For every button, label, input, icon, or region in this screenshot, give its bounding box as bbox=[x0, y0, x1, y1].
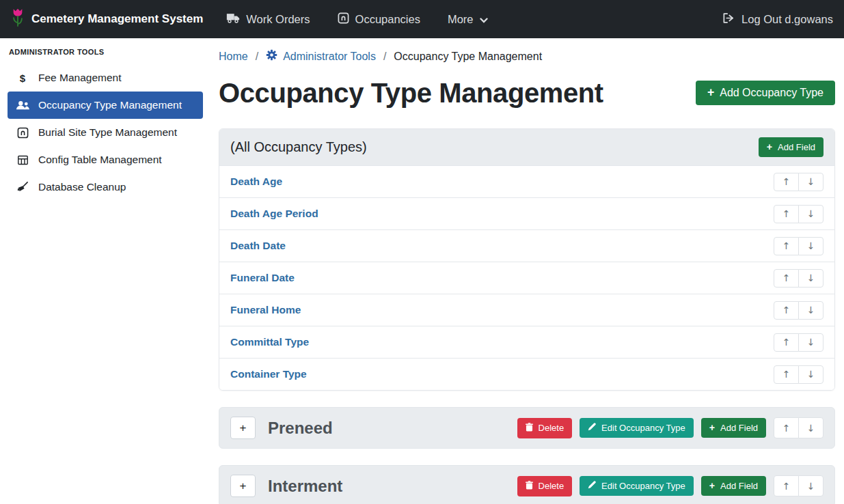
move-up-button[interactable]: ↑ bbox=[774, 417, 799, 438]
users-icon bbox=[16, 100, 29, 110]
arrow-up-icon: ↑ bbox=[782, 369, 791, 380]
sidebar-item-occupancy-type-management[interactable]: Occupancy Type Management bbox=[8, 92, 203, 119]
pencil-icon bbox=[588, 423, 596, 433]
sidebar-item-label: Database Cleanup bbox=[38, 181, 126, 193]
nav-work-orders[interactable]: Work Orders bbox=[226, 12, 310, 26]
nav-more[interactable]: More bbox=[448, 13, 488, 26]
move-up-button[interactable]: ↑ bbox=[774, 475, 799, 496]
breadcrumb-admin-tools-link[interactable]: Administrator Tools bbox=[266, 49, 376, 64]
plus-icon: + bbox=[767, 142, 772, 152]
move-down-button[interactable]: ↓ bbox=[798, 301, 823, 320]
occupancy-type-section: + Preneed Delete bbox=[219, 407, 835, 449]
move-up-button[interactable]: ↑ bbox=[774, 205, 799, 223]
sidebar-item-database-cleanup[interactable]: Database Cleanup bbox=[8, 173, 203, 201]
move-down-button[interactable]: ↓ bbox=[798, 365, 823, 384]
sidebar-item-config-table-management[interactable]: Config Table Management bbox=[8, 146, 203, 173]
move-up-button[interactable]: ↑ bbox=[774, 301, 799, 320]
chevron-down-icon bbox=[480, 13, 488, 26]
arrow-down-icon: ↓ bbox=[807, 272, 815, 283]
reorder-buttons: ↑ ↓ bbox=[774, 417, 823, 438]
app-brand[interactable]: Cemetery Management System bbox=[11, 8, 203, 31]
nav-more-label: More bbox=[448, 13, 474, 26]
add-field-button[interactable]: + Add Field bbox=[701, 476, 766, 496]
section-actions: Delete Edit Occupancy Type + Add Field ↑ bbox=[517, 417, 823, 438]
arrow-down-icon: ↓ bbox=[807, 305, 815, 316]
fields-list: Death Age ↑ ↓ Death Age Period ↑ ↓ Death… bbox=[219, 165, 834, 390]
add-occupancy-type-button[interactable]: + Add Occupancy Type bbox=[696, 81, 835, 105]
field-link[interactable]: Funeral Date bbox=[230, 272, 295, 284]
arrow-up-icon: ↑ bbox=[782, 208, 791, 219]
flower-logo-icon bbox=[11, 8, 25, 31]
edit-occupancy-type-label: Edit Occupancy Type bbox=[601, 481, 685, 491]
field-link[interactable]: Death Age bbox=[230, 176, 282, 188]
panel-header: (All Occupancy Types) + Add Field bbox=[219, 129, 834, 165]
occupancy-type-section: + Interment Delete bbox=[219, 465, 835, 504]
add-field-button[interactable]: + Add Field bbox=[701, 418, 766, 438]
move-down-button[interactable]: ↓ bbox=[798, 333, 823, 352]
breadcrumb-separator: / bbox=[256, 50, 258, 64]
burial-site-icon bbox=[16, 127, 29, 139]
sidebar-item-burial-site-type-management[interactable]: Burial Site Type Management bbox=[8, 119, 203, 146]
field-link[interactable]: Death Age Period bbox=[230, 208, 318, 220]
sidebar-item-fee-management[interactable]: $ Fee Management bbox=[8, 64, 203, 92]
logout-icon bbox=[722, 12, 735, 27]
field-link[interactable]: Death Date bbox=[230, 240, 286, 252]
field-row: Death Age Period ↑ ↓ bbox=[219, 197, 834, 229]
breadcrumb-admin-tools-label: Administrator Tools bbox=[283, 50, 376, 64]
field-link[interactable]: Committal Type bbox=[230, 336, 309, 348]
move-down-button[interactable]: ↓ bbox=[798, 475, 823, 496]
move-up-button[interactable]: ↑ bbox=[774, 269, 799, 288]
reorder-buttons: ↑ ↓ bbox=[774, 301, 823, 320]
arrow-up-icon: ↑ bbox=[782, 272, 791, 283]
trash-icon bbox=[526, 423, 533, 434]
arrow-up-icon: ↑ bbox=[782, 481, 791, 492]
table-icon bbox=[16, 154, 29, 166]
work-orders-icon bbox=[226, 12, 240, 26]
arrow-up-icon: ↑ bbox=[782, 176, 791, 187]
breadcrumb-home-link[interactable]: Home bbox=[219, 50, 248, 64]
field-link[interactable]: Container Type bbox=[230, 368, 307, 380]
field-link[interactable]: Funeral Home bbox=[230, 304, 301, 316]
add-field-label: Add Field bbox=[778, 142, 815, 152]
move-up-button[interactable]: ↑ bbox=[774, 173, 799, 191]
move-down-button[interactable]: ↓ bbox=[798, 173, 823, 191]
move-up-button[interactable]: ↑ bbox=[774, 333, 799, 352]
edit-occupancy-type-button[interactable]: Edit Occupancy Type bbox=[580, 476, 694, 496]
reorder-buttons: ↑ ↓ bbox=[774, 269, 823, 288]
logout-link[interactable]: Log Out d.gowans bbox=[722, 12, 833, 27]
delete-button[interactable]: Delete bbox=[517, 418, 573, 438]
delete-label: Delete bbox=[539, 481, 564, 491]
breadcrumb-separator: / bbox=[383, 50, 386, 64]
reorder-buttons: ↑ ↓ bbox=[774, 333, 823, 352]
field-row: Death Age ↑ ↓ bbox=[219, 165, 834, 197]
nav-occupancies[interactable]: Occupancies bbox=[338, 12, 420, 27]
delete-button[interactable]: Delete bbox=[517, 476, 573, 496]
expand-section-button[interactable]: + bbox=[230, 417, 256, 439]
add-field-button[interactable]: + Add Field bbox=[759, 137, 823, 157]
edit-occupancy-type-button[interactable]: Edit Occupancy Type bbox=[580, 418, 694, 438]
move-up-button[interactable]: ↑ bbox=[774, 237, 799, 255]
main-content: Home / Administr bbox=[210, 38, 844, 504]
field-row: Funeral Home ↑ ↓ bbox=[219, 294, 834, 326]
add-field-label: Add Field bbox=[720, 423, 758, 433]
page-title: Occupancy Type Management bbox=[219, 75, 603, 111]
logout-label: Log Out d.gowans bbox=[741, 13, 833, 26]
move-down-button[interactable]: ↓ bbox=[798, 237, 823, 255]
nav-work-orders-label: Work Orders bbox=[246, 13, 310, 26]
panel-title: (All Occupancy Types) bbox=[230, 139, 367, 155]
move-down-button[interactable]: ↓ bbox=[798, 269, 823, 288]
edit-occupancy-type-label: Edit Occupancy Type bbox=[601, 423, 685, 433]
expand-section-button[interactable]: + bbox=[230, 475, 256, 497]
move-down-button[interactable]: ↓ bbox=[798, 417, 823, 438]
move-up-button[interactable]: ↑ bbox=[774, 365, 799, 384]
sections-container: + Preneed Delete bbox=[219, 407, 835, 504]
arrow-up-icon: ↑ bbox=[782, 337, 791, 348]
plus-icon: + bbox=[709, 481, 715, 490]
arrow-down-icon: ↓ bbox=[807, 481, 815, 492]
move-down-button[interactable]: ↓ bbox=[798, 205, 823, 223]
title-row: Occupancy Type Management + Add Occupanc… bbox=[219, 75, 835, 111]
breadcrumb-home-label: Home bbox=[219, 50, 248, 64]
sidebar-item-label: Config Table Management bbox=[38, 154, 162, 166]
all-occupancy-types-panel: (All Occupancy Types) + Add Field Death … bbox=[219, 128, 835, 391]
arrow-down-icon: ↓ bbox=[807, 240, 815, 251]
